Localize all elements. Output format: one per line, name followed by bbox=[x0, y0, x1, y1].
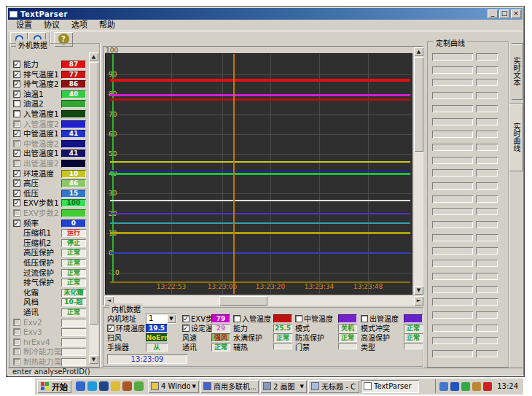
curve-slot-value[interactable] bbox=[476, 311, 498, 319]
curve-slot-value[interactable] bbox=[476, 286, 498, 293]
curve-slot-value[interactable] bbox=[476, 182, 498, 190]
sensor-checkbox[interactable]: ✓ bbox=[13, 130, 20, 137]
curve-slot-field[interactable] bbox=[432, 325, 473, 332]
tab-realtime-text[interactable]: 实时文本 bbox=[512, 43, 523, 100]
curve-slot-value[interactable] bbox=[476, 208, 498, 215]
titlebar[interactable]: TextParser _ □ × bbox=[8, 8, 523, 20]
scroll-down-icon[interactable]: ▼ bbox=[89, 355, 98, 364]
indoor-checkbox[interactable]: ✓ bbox=[107, 325, 114, 332]
curve-slot-value[interactable] bbox=[476, 118, 498, 125]
menu-item-选项[interactable]: 选项 bbox=[66, 20, 93, 31]
curve-slot-field[interactable] bbox=[432, 298, 473, 306]
curve-slot-value[interactable] bbox=[476, 144, 498, 151]
group-dropdown-icon[interactable]: ▼ bbox=[192, 384, 196, 389]
curve-slot-value[interactable] bbox=[476, 157, 498, 164]
curve-slot-field[interactable] bbox=[432, 118, 473, 125]
curve-slot-field[interactable] bbox=[432, 144, 473, 151]
curve-slot-field[interactable] bbox=[432, 234, 473, 241]
chart-horizontal-scrollbar[interactable]: ◄ ► bbox=[104, 296, 423, 306]
sensor-checkbox[interactable]: ✓ bbox=[13, 150, 20, 157]
indoor-checkbox[interactable]: ✓ bbox=[182, 325, 189, 332]
minimize-button[interactable]: _ bbox=[488, 9, 498, 18]
sensor-checkbox[interactable]: ✓ bbox=[13, 80, 20, 88]
taskbar-button[interactable]: 4 Windows ...▼ bbox=[148, 380, 199, 393]
curve-slot-value[interactable] bbox=[476, 195, 498, 203]
curve-slot-field[interactable] bbox=[432, 208, 473, 215]
curve-slot-value[interactable] bbox=[476, 79, 498, 86]
menu-item-设置[interactable]: 设置 bbox=[11, 20, 37, 31]
curve-slot-value[interactable] bbox=[476, 92, 498, 99]
sensor-checkbox[interactable]: ✓ bbox=[13, 61, 20, 68]
start-button[interactable]: 开始 bbox=[37, 380, 71, 393]
taskbar-button[interactable]: 2 画图▼ bbox=[260, 380, 307, 393]
curve-slot-value[interactable] bbox=[476, 169, 498, 176]
sensor-checkbox[interactable] bbox=[13, 100, 20, 107]
scroll-down-icon[interactable]: ▼ bbox=[414, 286, 423, 295]
indoor-checkbox[interactable]: ✓ bbox=[182, 315, 189, 322]
chart-vscroll-thumb[interactable] bbox=[414, 57, 423, 152]
curve-slot-value[interactable] bbox=[476, 337, 498, 344]
curve-slot-field[interactable] bbox=[432, 260, 473, 267]
curve-slot-value[interactable] bbox=[476, 53, 498, 61]
taskbar-button[interactable]: TextParser bbox=[361, 380, 419, 393]
curve-slot-field[interactable] bbox=[432, 182, 473, 190]
scroll-up-icon[interactable]: ▲ bbox=[89, 53, 98, 61]
group-dropdown-icon[interactable]: ▼ bbox=[300, 384, 304, 389]
security-icon[interactable] bbox=[122, 381, 132, 391]
curve-slot-field[interactable] bbox=[432, 169, 473, 176]
curve-slot-field[interactable] bbox=[432, 79, 473, 86]
menu-item-协议[interactable]: 协议 bbox=[39, 20, 65, 31]
media-icon[interactable] bbox=[99, 381, 109, 391]
tray-icon-2[interactable] bbox=[450, 382, 459, 391]
taskbar-button[interactable]: 无标题 - C... bbox=[308, 380, 359, 393]
sidebar-scroll-thumb[interactable] bbox=[89, 62, 98, 325]
menu-item-帮助[interactable]: 帮助 bbox=[94, 20, 120, 31]
tray-icon-4[interactable] bbox=[472, 382, 481, 391]
curve-slot-field[interactable] bbox=[432, 311, 473, 319]
curve-slot-value[interactable] bbox=[476, 350, 498, 357]
scroll-up-icon[interactable]: ▲ bbox=[414, 47, 423, 56]
curve-slot-value[interactable] bbox=[476, 325, 498, 332]
sensor-checkbox[interactable]: ✓ bbox=[13, 199, 20, 206]
curve-slot-field[interactable] bbox=[432, 157, 473, 164]
curve-slot-field[interactable] bbox=[432, 53, 473, 61]
sensor-checkbox[interactable]: ✓ bbox=[13, 71, 20, 78]
curve-slot-value[interactable] bbox=[476, 273, 498, 280]
folder-icon[interactable] bbox=[134, 381, 144, 391]
sensor-checkbox[interactable]: ✓ bbox=[13, 179, 20, 187]
indoor-checkbox[interactable] bbox=[361, 315, 368, 322]
sensor-checkbox[interactable]: ✓ bbox=[13, 90, 20, 98]
browser-icon[interactable] bbox=[76, 381, 85, 391]
curve-slot-value[interactable] bbox=[476, 221, 498, 228]
mail-icon[interactable] bbox=[111, 381, 120, 391]
curve-slot-field[interactable] bbox=[432, 286, 473, 293]
sensor-checkbox[interactable]: ✓ bbox=[13, 190, 20, 197]
indoor-checkbox[interactable] bbox=[233, 315, 240, 322]
curve-slot-field[interactable] bbox=[432, 350, 473, 357]
curve-slot-field[interactable] bbox=[432, 247, 473, 255]
chart-vertical-scrollbar[interactable]: ▲ ▼ bbox=[414, 47, 423, 295]
curve-slot-value[interactable] bbox=[476, 66, 498, 74]
curve-slot-value[interactable] bbox=[476, 247, 498, 255]
curve-slot-field[interactable] bbox=[432, 273, 473, 280]
sidebar-scrollbar[interactable]: ▲ ▼ bbox=[89, 53, 98, 364]
curve-slot-field[interactable] bbox=[432, 337, 473, 344]
chart-hscroll-thumb[interactable] bbox=[219, 296, 267, 306]
messenger-icon[interactable] bbox=[87, 381, 97, 391]
tab-realtime-curve[interactable]: 实时曲线 bbox=[509, 103, 523, 171]
taskbar-button[interactable]: 商用多联机... bbox=[200, 380, 259, 393]
curve-slot-field[interactable] bbox=[432, 105, 473, 112]
indoor-checkbox[interactable] bbox=[295, 315, 302, 322]
indoor-address-select[interactable]: 1▼ bbox=[146, 314, 176, 324]
curve-slot-field[interactable] bbox=[432, 195, 473, 203]
curve-slot-value[interactable] bbox=[476, 234, 498, 241]
maximize-button[interactable]: □ bbox=[499, 9, 509, 18]
close-button[interactable]: × bbox=[511, 9, 521, 18]
sensor-checkbox[interactable] bbox=[13, 110, 20, 117]
curve-slot-value[interactable] bbox=[476, 260, 498, 267]
sensor-checkbox[interactable]: ✓ bbox=[13, 220, 20, 227]
sensor-checkbox[interactable]: ✓ bbox=[13, 170, 20, 177]
curve-slot-value[interactable] bbox=[476, 131, 498, 138]
dropdown-arrow-icon[interactable]: ▼ bbox=[167, 314, 176, 323]
tray-icon-3[interactable] bbox=[461, 382, 470, 391]
